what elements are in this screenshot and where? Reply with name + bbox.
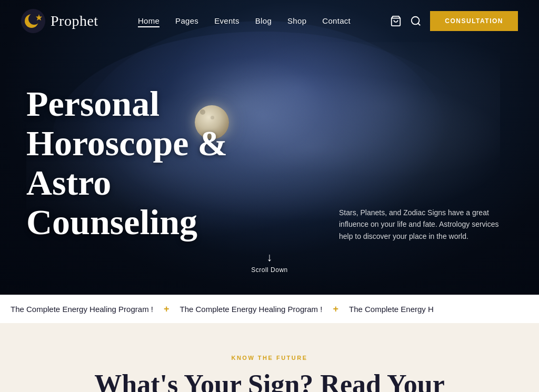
ticker-content: The Complete Energy Healing Program ! + …: [0, 304, 444, 315]
ticker-item-1: The Complete Energy Healing Program !: [169, 305, 333, 314]
ticker-text-2: The Complete Energy H: [349, 305, 434, 314]
ticker-text-1: The Complete Energy Healing Program !: [179, 305, 322, 314]
hero-description: Stars, Planets, and Zodiac Signs have a …: [339, 207, 507, 242]
nav-item-blog[interactable]: Blog: [255, 16, 272, 26]
nav-item-events[interactable]: Events: [214, 16, 239, 26]
svg-line-6: [418, 23, 421, 25]
hero-section: Prophet Home Pages Events Blog Shop Cont…: [0, 0, 539, 295]
search-button[interactable]: [410, 15, 422, 27]
ticker-plus-1: +: [333, 304, 338, 315]
nav-item-pages[interactable]: Pages: [175, 16, 198, 26]
scroll-arrow-icon: ↓: [267, 252, 273, 263]
below-headline: What's Your Sign? Read Your: [21, 369, 518, 392]
nav-right: CONSULTATION: [390, 11, 518, 31]
logo-icon: [21, 9, 45, 33]
nav-item-shop[interactable]: Shop: [287, 16, 306, 26]
ticker-item-0: The Complete Energy Healing Program !: [0, 305, 164, 314]
hero-headline: Personal Horoscope & Astro Counseling: [26, 84, 290, 242]
ticker-item-2: The Complete Energy H: [338, 305, 444, 314]
cart-button[interactable]: [390, 15, 402, 27]
ticker-plus-0: +: [164, 304, 169, 315]
nav-item-home[interactable]: Home: [138, 16, 159, 26]
hero-content: Personal Horoscope & Astro Counseling St…: [0, 0, 539, 295]
nav-item-contact[interactable]: Contact: [322, 16, 351, 26]
navbar: Prophet Home Pages Events Blog Shop Cont…: [0, 0, 539, 42]
logo-text: Prophet: [51, 13, 98, 29]
know-label: KNOW THE FUTURE: [21, 355, 518, 361]
ticker-text-0: The Complete Energy Healing Program !: [11, 305, 153, 314]
logo-area[interactable]: Prophet: [21, 9, 98, 33]
below-fold-section: KNOW THE FUTURE What's Your Sign? Read Y…: [0, 323, 539, 392]
scroll-down-label: Scroll Down: [251, 266, 288, 274]
ticker-bar: The Complete Energy Healing Program ! + …: [0, 295, 539, 323]
consultation-button[interactable]: CONSULTATION: [430, 11, 518, 31]
nav-links: Home Pages Events Blog Shop Contact: [138, 16, 351, 26]
svg-point-5: [412, 17, 420, 25]
scroll-down-button[interactable]: ↓ Scroll Down: [251, 252, 288, 274]
search-icon: [410, 15, 422, 27]
cart-icon: [390, 15, 402, 27]
